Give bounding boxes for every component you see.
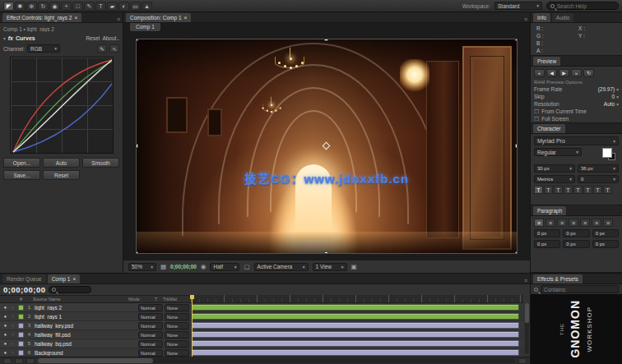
search-help-input[interactable]: Search Help — [546, 2, 619, 10]
rotation-tool-button[interactable]: ↻ — [38, 2, 49, 11]
tab-timeline-comp[interactable]: Comp 1 × — [48, 274, 81, 283]
faux-style-button[interactable]: T — [603, 186, 612, 194]
effect-name[interactable]: Curves — [16, 35, 83, 41]
audio-icon[interactable]: ○ — [9, 341, 16, 346]
label-color-swatch[interactable] — [18, 332, 24, 338]
zoom-in-icon[interactable] — [518, 358, 527, 364]
preview-option-value[interactable]: 0▾ — [612, 94, 619, 99]
region-of-interest-icon[interactable]: ▢ — [244, 263, 249, 270]
tab-effects-presets[interactable]: Effects & Presets — [533, 274, 583, 283]
label-color-swatch[interactable] — [18, 350, 24, 356]
audio-icon[interactable]: ○ — [9, 332, 16, 337]
audio-icon[interactable]: ○ — [9, 350, 16, 355]
workspace-dropdown[interactable]: Standard ▾ — [494, 2, 542, 10]
expand-layers-button[interactable] — [3, 358, 12, 364]
align-button[interactable]: ≡ — [569, 219, 578, 227]
character-field[interactable]: 36 px▾ — [578, 164, 619, 173]
comp-mini-tab[interactable]: Comp 1 — [129, 23, 161, 32]
mode-dropdown[interactable]: Normal — [138, 304, 163, 311]
timeline-vertical-scrollbar[interactable] — [525, 303, 529, 354]
align-button[interactable]: ≡ — [592, 219, 601, 227]
faux-style-button[interactable]: T — [544, 186, 553, 194]
eye-icon[interactable]: ● — [2, 332, 9, 337]
reset-link[interactable]: Reset — [86, 35, 100, 41]
pen-tool-button[interactable]: ✎ — [84, 2, 95, 11]
curves-graph[interactable] — [10, 57, 114, 154]
layer-row[interactable]: ●○4hallway_fill.psdNormalNone — [0, 330, 191, 339]
channel-dropdown[interactable]: RGB ▾ — [27, 44, 60, 53]
tab-character[interactable]: Character — [533, 124, 565, 133]
preview-checkbox[interactable]: ☐From Current Time — [534, 108, 619, 115]
smooth-button[interactable]: Smooth — [82, 158, 119, 168]
paragraph-field[interactable]: 0 px — [534, 240, 560, 248]
character-field[interactable]: 0▾ — [578, 175, 619, 183]
loop-toggle[interactable]: ↻ — [583, 69, 594, 77]
smooth-icon[interactable]: ∿ — [109, 44, 119, 53]
mode-dropdown[interactable]: Normal — [138, 340, 163, 348]
selection-handle[interactable] — [515, 39, 517, 41]
layer-row[interactable]: ●○1light_rays 2NormalNone — [0, 303, 191, 312]
tab-composition[interactable]: Composition: Comp 1 × — [126, 13, 191, 22]
layer-row[interactable]: ●○3hallway_key.psdNormalNone — [0, 321, 191, 330]
twirl-down-icon[interactable]: ▾ — [3, 36, 6, 41]
first-frame-button[interactable]: « — [534, 69, 545, 77]
grid-guides-icon[interactable]: ▦ — [160, 263, 166, 270]
align-button[interactable]: ≡ — [534, 219, 544, 227]
audio-icon[interactable]: ○ — [9, 305, 16, 310]
type-tool-button[interactable]: T — [95, 2, 106, 11]
selection-handle[interactable] — [515, 251, 517, 253]
layer-duration-bar[interactable] — [192, 304, 519, 311]
align-button[interactable]: ≡ — [603, 219, 613, 227]
tab-info[interactable]: Info — [533, 13, 550, 22]
current-time-indicator[interactable] — [192, 295, 193, 357]
audio-icon[interactable]: ○ — [9, 314, 16, 319]
align-button[interactable]: ≡ — [545, 219, 555, 227]
layer-duration-bar[interactable] — [192, 322, 519, 329]
panel-menu-icon[interactable]: ≡ — [117, 16, 120, 22]
puppet-pin-tool-button[interactable]: ▲ — [142, 2, 152, 11]
selection-tool-button[interactable]: ◤ — [3, 2, 14, 11]
layer-name[interactable]: Background — [33, 350, 137, 356]
mode-dropdown[interactable]: Normal — [138, 313, 163, 320]
layer-duration-bar[interactable] — [192, 340, 519, 347]
auto-button[interactable]: Auto — [43, 158, 80, 168]
time-ruler[interactable] — [191, 295, 523, 303]
close-icon[interactable]: × — [74, 14, 77, 21]
toggle-switches-button[interactable] — [15, 358, 23, 364]
eye-icon[interactable]: ● — [2, 305, 9, 310]
align-button[interactable]: ≡ — [580, 219, 590, 227]
faux-style-button[interactable]: T — [564, 186, 573, 194]
source-name-header[interactable]: Source Name — [31, 297, 128, 302]
brush-tool-button[interactable]: ▰ — [107, 2, 118, 11]
reset-button[interactable]: Reset — [43, 170, 80, 180]
label-color-swatch[interactable] — [18, 341, 24, 347]
selection-handle[interactable] — [324, 251, 328, 253]
panel-menu-icon[interactable]: ≡ — [524, 16, 527, 22]
layer-name[interactable]: hallway_bg.psd — [33, 341, 137, 347]
pan-behind-tool-button[interactable]: + — [61, 2, 72, 11]
comp-timecode[interactable]: 0;00;00;00 — [170, 264, 197, 270]
composition-canvas[interactable]: 技艺CG：www.jdnxxfb.cn — [137, 39, 517, 253]
hand-tool-button[interactable]: ✱ — [15, 2, 26, 11]
faux-style-button[interactable]: T — [554, 186, 563, 194]
label-color-swatch[interactable] — [18, 323, 24, 329]
camera-dropdown[interactable]: Active Camera ▾ — [254, 263, 309, 271]
save-button[interactable]: Save... — [3, 170, 40, 180]
preview-option-value[interactable]: (29.97)▾ — [598, 86, 619, 92]
font-style-dropdown[interactable]: Regular ▾ — [534, 148, 582, 156]
preview-option-value[interactable]: Auto▾ — [604, 101, 619, 107]
last-frame-button[interactable]: » — [571, 69, 582, 77]
layer-duration-bar[interactable] — [192, 313, 519, 320]
eye-icon[interactable]: ● — [2, 314, 9, 319]
snapshot-icon[interactable]: ◉ — [201, 263, 207, 270]
pixel-aspect-icon[interactable]: ▣ — [351, 263, 357, 270]
eye-icon[interactable]: ● — [2, 341, 9, 346]
tab-render-queue[interactable]: Render Queue — [2, 274, 46, 283]
zoom-out-icon[interactable] — [26, 358, 35, 364]
pencil-icon[interactable]: ✎ — [97, 44, 107, 53]
zoom-tool-button[interactable]: ⊕ — [26, 2, 37, 11]
selection-handle[interactable] — [137, 251, 138, 253]
selection-handle[interactable] — [137, 144, 138, 148]
preview-checkbox[interactable]: ☐Full Screen — [534, 115, 619, 122]
selection-handle[interactable] — [137, 39, 138, 41]
